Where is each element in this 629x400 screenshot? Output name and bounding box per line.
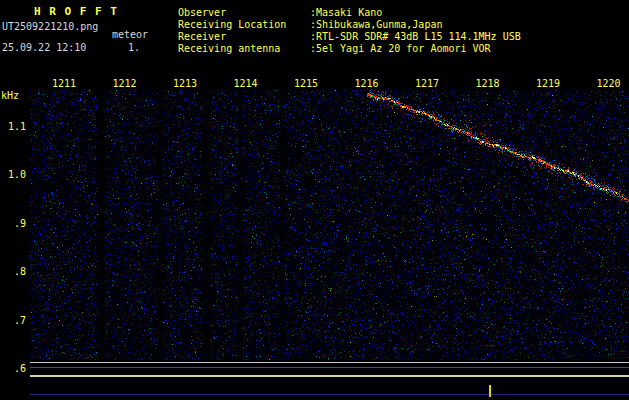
- y-axis-tick-label: 1.1: [0, 121, 26, 133]
- hrofft-screen: H R O F F T UT2509221210.png meteor 25.0…: [0, 0, 629, 400]
- station-field-value: :Masaki Kano: [310, 7, 382, 19]
- station-field-label: Receiving antenna: [178, 43, 280, 55]
- station-field-label: Receiver: [178, 31, 226, 43]
- station-field-value: :RTL-SDR SDR# 43dB L15 114.1MHz USB: [310, 31, 521, 43]
- output-filename: UT2509221210.png: [2, 21, 98, 33]
- station-field-label: Receiving Location: [178, 19, 286, 31]
- observation-counter: 1.: [128, 42, 140, 54]
- station-field-value: :Shibukawa,Gunma,Japan: [310, 19, 442, 31]
- observation-datetime: 25.09.22 12:10: [2, 42, 86, 54]
- station-field-value: :5el Yagi Az 20 for Aomori VOR: [310, 43, 491, 55]
- spectrogram-canvas: [30, 88, 629, 398]
- app-title: H R O F F T: [34, 6, 118, 18]
- y-axis-tick-label: .9: [0, 218, 26, 230]
- y-axis-tick-label: .6: [0, 363, 26, 375]
- station-field-label: Observer: [178, 7, 226, 19]
- y-axis-tick-label: .8: [0, 266, 26, 278]
- y-axis-tick-label: .7: [0, 315, 26, 327]
- y-axis-tick-label: 1.0: [0, 169, 26, 181]
- y-axis-unit-label: kHz: [1, 90, 19, 102]
- observation-note: meteor: [112, 29, 148, 41]
